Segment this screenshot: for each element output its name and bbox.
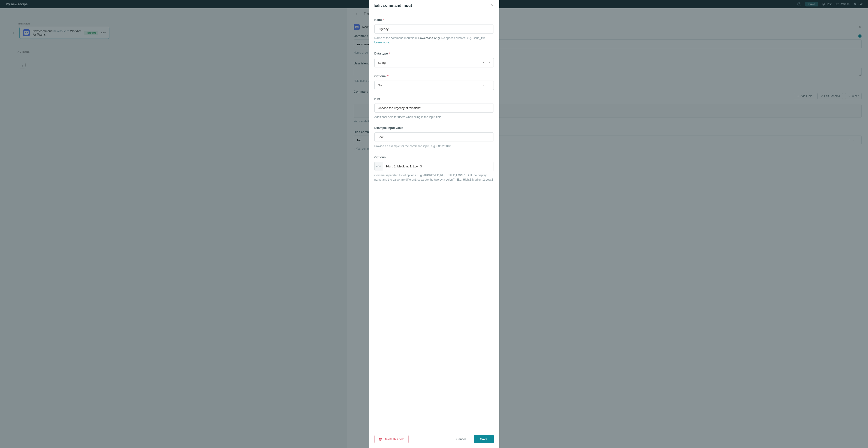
optional-select[interactable] <box>374 81 494 90</box>
trash-icon <box>379 438 382 441</box>
edit-command-input-modal: Edit command input Name * Name of the co… <box>369 0 499 448</box>
close-icon <box>491 4 494 7</box>
field-label: Example input value <box>374 126 494 129</box>
helper-text: Additional help for users when filling i… <box>374 115 494 119</box>
field-label: Options <box>374 155 494 159</box>
learn-more-link[interactable]: Learn more. <box>374 41 390 44</box>
field-label: Hint <box>374 97 494 100</box>
name-input[interactable] <box>374 24 494 34</box>
field-label: Data type * <box>374 52 494 55</box>
save-button[interactable]: Save <box>474 435 494 443</box>
cancel-button[interactable]: Cancel <box>451 435 471 443</box>
chevron-down-icon[interactable] <box>488 61 491 63</box>
clear-icon[interactable] <box>482 84 485 87</box>
helper-text: Name of the command input field. Lowerca… <box>374 36 494 45</box>
field-label: Name * <box>374 18 494 22</box>
example-input[interactable] <box>374 132 494 142</box>
options-input[interactable]: High: 1, Medium: 2, Low: 3 <box>383 162 494 171</box>
options-prefix-badge: ABC <box>374 162 383 171</box>
delete-field-button[interactable]: Delete this field <box>374 435 409 443</box>
field-label: Optional * <box>374 74 494 78</box>
modal-title: Edit command input <box>374 3 412 8</box>
modal-close-button[interactable] <box>491 3 494 8</box>
clear-icon[interactable] <box>482 61 485 64</box>
chevron-down-icon[interactable] <box>488 84 491 86</box>
hint-input[interactable] <box>374 103 494 113</box>
helper-text: Comma-separated list of options. E.g: AP… <box>374 173 494 182</box>
datatype-select[interactable] <box>374 58 494 67</box>
helper-text: Provide an example for the command input… <box>374 144 494 148</box>
